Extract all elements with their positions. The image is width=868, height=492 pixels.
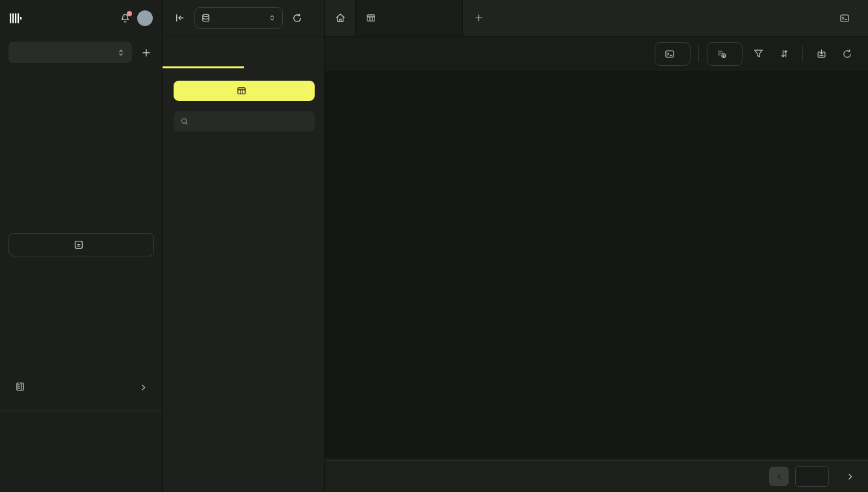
notifications-button[interactable] [120,13,131,24]
explorer-panel [163,0,325,492]
refresh-icon [292,13,302,23]
search-resources [174,111,315,131]
next-page-button[interactable] [842,469,858,484]
database-selector[interactable] [194,7,283,29]
terminal-icon [839,13,850,23]
brand-row [0,0,162,36]
table-icon [366,13,376,23]
sort-icon [779,48,790,59]
terminal-icon [664,49,675,59]
add-service-button[interactable] [138,45,154,61]
sort-button[interactable] [774,44,795,64]
grid-footer [325,460,868,492]
tab-tables[interactable] [163,36,244,68]
building-icon [15,381,25,394]
toolbar-divider [802,46,803,62]
notification-dot [127,11,132,16]
download-button[interactable] [811,44,832,64]
filter-icon [753,48,764,59]
toolbar-divider [698,46,699,62]
plus-icon [474,13,484,23]
tab-queries[interactable] [244,36,325,68]
clickhouse-console [0,0,868,492]
page-number-input[interactable] [795,466,829,487]
search-icon [180,116,189,126]
create-query-button[interactable] [655,42,690,66]
home-tab[interactable] [325,0,356,36]
sidebar [0,0,163,492]
new-table-button[interactable] [174,81,315,101]
table-icon [237,86,246,96]
refresh-icon [842,49,852,59]
new-tab-button[interactable] [463,0,494,36]
chevron-updown-icon [268,14,276,22]
filter-button[interactable] [748,44,769,64]
insert-row-button[interactable] [707,42,743,66]
table-toolbar [325,36,868,71]
queries-button[interactable] [826,0,868,36]
sidebar-divider [0,411,163,411]
tab-bar [325,0,868,36]
data-grid [325,71,868,458]
home-icon [335,12,346,23]
download-icon [816,48,827,59]
database-icon [201,13,211,23]
chevron-right-icon [846,472,854,481]
tab-cell-towers[interactable] [356,0,463,36]
search-input[interactable] [194,116,308,127]
plus-icon [141,48,151,58]
refresh-tables-button[interactable] [289,10,305,26]
workspace-selector[interactable] [8,42,132,63]
collapse-panel-button[interactable] [172,10,188,26]
connect-button[interactable] [8,233,154,256]
avatar[interactable] [137,10,153,26]
collapse-left-icon [174,12,185,23]
connect-icon [73,239,84,250]
pagination [769,466,858,487]
clickhouse-logo-icon [9,12,23,24]
chevron-left-icon [775,472,783,481]
chevron-updown-icon [116,48,125,57]
chevron-right-icon [139,383,148,392]
main-area [325,0,868,492]
refresh-data-button[interactable] [837,44,858,64]
prev-page-button[interactable] [769,467,789,486]
insert-row-icon [717,49,727,59]
sidebar-item-meetups[interactable] [8,376,154,398]
